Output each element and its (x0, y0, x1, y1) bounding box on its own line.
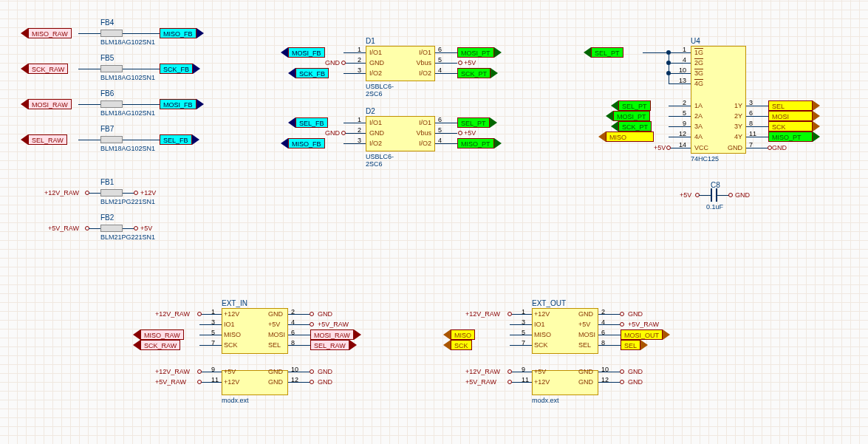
fb6-part: BLM18AG102SN1 (100, 109, 155, 117)
fb5-ref: FB5 (100, 54, 114, 62)
u4-g-net: SEL_PT (584, 47, 623, 58)
ext-in-ref: EXT_IN (222, 299, 247, 307)
fb7-part: BLM18AG102SN1 (100, 145, 155, 152)
u4-gnd: GND (772, 144, 787, 151)
c8-right: GND (735, 191, 750, 199)
fb2-ref: FB2 (100, 214, 114, 222)
u4-vcc: +5V (654, 144, 666, 151)
net-mosi-raw: MOSI_RAW (21, 99, 72, 109)
fb7-body (100, 136, 123, 143)
d2-p6-net: SEL_PT (457, 117, 497, 128)
c8-val: 0.1uF (706, 203, 723, 211)
fb1-body (100, 189, 123, 197)
u4-a3-net: SCK_PT (611, 121, 652, 132)
fb2-out: +5V (140, 225, 152, 232)
fb5-body (100, 65, 123, 72)
fb1-in: +12V_RAW (44, 189, 79, 197)
d1-p6-net: MOSI_PT (457, 47, 502, 58)
u4-ref: U4 (691, 37, 700, 45)
d1-p3-net: SCK_FB (288, 68, 329, 78)
u4-a2-net: MOSI_PT (606, 111, 650, 121)
u4-y3-net: SCK (768, 121, 820, 132)
ext-out-ref: EXT_OUT (532, 299, 566, 307)
fb1-out: +12V (140, 189, 156, 197)
ext-in-part: modx.ext (222, 397, 249, 404)
fb6-body (100, 100, 123, 108)
d2-p5-net: +5V (464, 129, 476, 137)
fb1-part: BLM21PG221SN1 (100, 198, 155, 205)
fb1-ref: FB1 (100, 178, 114, 186)
u4-y4-net: MISO_PT (768, 132, 820, 142)
net-miso-raw: MISO_RAW (21, 28, 72, 38)
d2-p4-net: MISO_PT (457, 138, 502, 148)
d2-box: I/O1 GND I/O2 I/O1 Vbus I/O2 (366, 116, 435, 151)
d2-p3-net: MISO_FB (281, 138, 325, 148)
net-mosi-fb: MOSI_FB (160, 99, 204, 109)
ext-out-part: modx.ext (532, 397, 559, 404)
d1-ref: D1 (366, 37, 375, 45)
u4-part: 74HC125 (691, 155, 719, 163)
d1-part: USBLC6-2SC6 (366, 83, 394, 98)
u4-box: 1G 2G 3G 4G 1A 2A 3A 4A 1Y 2Y 3Y 4Y VCC … (691, 46, 746, 154)
fb7-ref: FB7 (100, 125, 114, 133)
d2-ref: D2 (366, 107, 375, 115)
fb4-part: BLM18AG102SN1 (100, 38, 155, 46)
fb6-ref: FB6 (100, 89, 114, 98)
fb4-ref: FB4 (100, 18, 114, 27)
d1-p2-net: GND (325, 59, 340, 66)
net-sel-raw: SEL_RAW (21, 134, 67, 145)
d2-p2-net: GND (325, 129, 340, 137)
net-miso-fb: MISO_FB (160, 28, 204, 38)
c8-left: +5V (680, 191, 691, 199)
fb4-body (100, 30, 123, 37)
u4-y2-net: MOSI (768, 111, 820, 121)
net-sel-fb: SEL_FB (160, 134, 199, 145)
d2-part: USBLC6-2SC6 (366, 153, 394, 168)
d1-box: I/O1 GND I/O2 I/O1 Vbus I/O2 (366, 46, 435, 81)
fb5-part: BLM18AG102SN1 (100, 74, 155, 81)
fb2-in: +5V_RAW (48, 225, 79, 232)
fb2-body (100, 225, 123, 232)
net-sck-raw: SCK_RAW (21, 64, 68, 74)
u4-a1-net: SEL_PT (611, 100, 651, 111)
d1-p4-net: SCK_PT (457, 68, 498, 78)
net-sck-fb: SCK_FB (160, 64, 200, 74)
u4-y1-net: SEL (768, 100, 820, 111)
d1-p5-net: +5V (464, 59, 476, 66)
fb2-part: BLM21PG221SN1 (100, 233, 155, 241)
u4-a4-net: MISO (598, 132, 654, 142)
d1-p1-net: MOSI_FB (281, 47, 325, 58)
d2-p1-net: SEL_FB (288, 117, 328, 128)
